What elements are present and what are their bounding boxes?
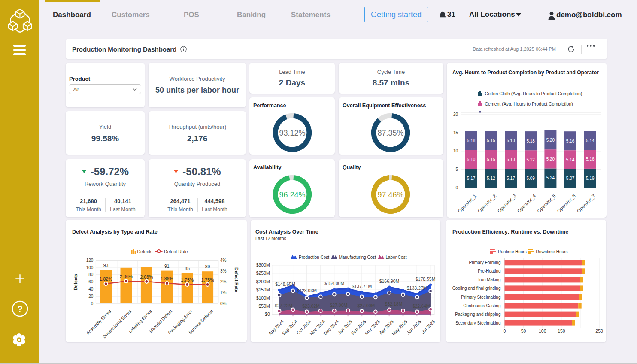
svg-text:Primary Steelmaking: Primary Steelmaking [461, 295, 500, 300]
svg-text:50: 50 [521, 328, 526, 334]
svg-text:Secondary Steelmaking: Secondary Steelmaking [455, 321, 501, 325]
svg-text:$0: $0 [265, 312, 270, 317]
svg-text:5.12: 5.12 [526, 158, 535, 162]
svg-text:Defect Rate: Defect Rate [234, 267, 239, 292]
svg-text:Dec 2024: Dec 2024 [322, 318, 340, 336]
svg-text:5.16: 5.16 [586, 157, 595, 161]
svg-text:Pre-Heating: Pre-Heating [478, 269, 500, 273]
svg-text:$150M: $150M [256, 287, 270, 292]
svg-text:$128.03M: $128.03M [297, 288, 317, 293]
svg-text:40: 40 [88, 287, 94, 291]
svg-text:60: 60 [88, 279, 94, 284]
svg-text:5.17: 5.17 [507, 176, 515, 181]
svg-text:$137.71M: $137.71M [352, 284, 372, 289]
svg-text:100: 100 [539, 328, 546, 334]
svg-text:Defects: Defects [73, 274, 78, 290]
svg-text:15: 15 [453, 130, 458, 135]
svg-text:3%: 3% [220, 269, 227, 273]
svg-text:Operator_7: Operator_7 [576, 193, 596, 214]
svg-text:5.13: 5.13 [507, 157, 515, 162]
svg-text:Iron Making: Iron Making [478, 277, 500, 282]
svg-text:Labor Cost: Labor Cost [386, 255, 407, 260]
svg-text:$50M: $50M [259, 303, 270, 309]
svg-text:5.18: 5.18 [526, 139, 535, 143]
svg-text:5.17: 5.17 [467, 176, 476, 181]
svg-text:Operator_4: Operator_4 [516, 193, 537, 214]
svg-text:Operator_6: Operator_6 [556, 193, 576, 214]
svg-text:$22.64M: $22.64M [413, 303, 430, 309]
svg-text:120: 120 [86, 258, 94, 263]
svg-text:5.13: 5.13 [507, 138, 515, 143]
svg-text:5.15: 5.15 [487, 157, 495, 162]
svg-text:5.19: 5.19 [586, 176, 595, 181]
svg-text:Packaging and shipping: Packaging and shipping [455, 312, 500, 317]
svg-text:150: 150 [558, 328, 565, 334]
svg-text:$154.00M: $154.00M [324, 281, 344, 286]
svg-text:Runtime Hours: Runtime Hours [498, 249, 527, 254]
svg-text:5.20: 5.20 [546, 157, 555, 161]
svg-text:$100M: $100M [256, 295, 270, 300]
svg-text:5.09: 5.09 [526, 176, 535, 181]
svg-text:$32.18M: $32.18M [385, 301, 403, 306]
svg-text:0: 0 [504, 328, 506, 334]
svg-text:$148.65M: $148.65M [275, 282, 295, 287]
svg-text:5.24: 5.24 [546, 176, 555, 180]
svg-text:5.14: 5.14 [586, 138, 595, 143]
svg-text:1%: 1% [220, 290, 227, 295]
svg-text:0: 0 [455, 185, 458, 190]
svg-text:$166.90M: $166.90M [379, 279, 400, 284]
svg-text:85: 85 [185, 266, 190, 271]
svg-text:Operator_5: Operator_5 [536, 193, 557, 214]
svg-text:$250M: $250M [256, 270, 270, 276]
svg-text:?: ? [17, 304, 22, 314]
svg-text:1.86%: 1.86% [161, 276, 173, 281]
svg-text:0: 0 [91, 301, 94, 306]
svg-text:5.16: 5.16 [566, 139, 575, 143]
svg-text:20: 20 [453, 112, 458, 117]
svg-text:Downtime Hours: Downtime Hours [536, 249, 568, 254]
svg-text:Operator_3: Operator_3 [497, 193, 517, 214]
svg-text:Mar 2025: Mar 2025 [364, 318, 381, 336]
svg-text:Defects: Defects [137, 249, 153, 254]
svg-text:1.75%: 1.75% [201, 277, 214, 282]
svg-text:Jul 2025: Jul 2025 [420, 318, 436, 334]
svg-text:91: 91 [164, 264, 170, 269]
svg-text:$178.55M: $178.55M [416, 276, 436, 282]
svg-text:2%: 2% [220, 279, 227, 284]
svg-text:Continuous Casting: Continuous Casting [463, 303, 500, 308]
svg-text:100: 100 [86, 265, 94, 270]
svg-text:Sep 2024: Sep 2024 [281, 318, 298, 336]
svg-text:$23.02M: $23.02M [302, 303, 320, 309]
svg-text:$27.22M: $27.22M [275, 303, 292, 308]
svg-text:Operator_2: Operator_2 [476, 193, 497, 214]
svg-text:250: 250 [595, 328, 603, 334]
svg-text:0%: 0% [220, 301, 227, 306]
svg-text:5.12: 5.12 [487, 176, 495, 181]
svg-text:2.03%: 2.03% [140, 274, 153, 279]
svg-text:Cooling and final grinding: Cooling and final grinding [452, 286, 501, 291]
svg-text:2.06%: 2.06% [120, 274, 133, 279]
svg-text:Operator_1: Operator_1 [457, 193, 477, 214]
svg-text:Primary Forming: Primary Forming [469, 260, 501, 265]
svg-text:1.82%: 1.82% [100, 276, 112, 282]
svg-text:80: 80 [88, 272, 94, 277]
svg-text:$133.27M: $133.27M [407, 285, 427, 291]
svg-text:$27.00M: $27.00M [357, 303, 375, 308]
svg-text:Cement (Avg. Hours to Product: Cement (Avg. Hours to Product Completion… [485, 101, 573, 106]
svg-text:Manufacturing Cost: Manufacturing Cost [339, 255, 376, 260]
svg-text:5: 5 [455, 167, 458, 172]
svg-text:5.14: 5.14 [566, 158, 575, 162]
svg-text:4%: 4% [220, 258, 227, 263]
svg-text:5.20: 5.20 [546, 138, 555, 143]
svg-text:5.15: 5.15 [487, 138, 495, 143]
svg-text:$200M: $200M [256, 279, 270, 284]
svg-text:Defect Rate: Defect Rate [164, 249, 188, 254]
svg-text:1.75%: 1.75% [181, 277, 194, 282]
svg-text:10: 10 [453, 149, 458, 153]
svg-text:$27.00M: $27.00M [330, 303, 347, 308]
svg-text:89: 89 [205, 264, 210, 269]
svg-text:93: 93 [103, 263, 109, 268]
svg-text:5.07: 5.07 [566, 176, 575, 181]
svg-text:Production Cost: Production Cost [299, 255, 329, 260]
svg-text:5.18: 5.18 [467, 138, 476, 143]
